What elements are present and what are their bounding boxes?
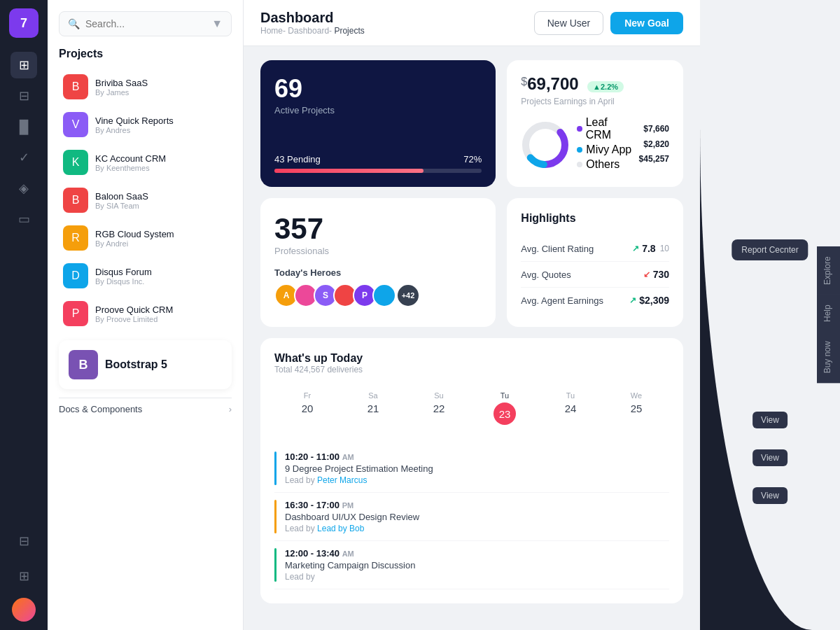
highlight-value: ↗ $2,309 <box>629 295 669 306</box>
schedule-subtitle: Total 424,567 deliveries <box>274 365 363 374</box>
project-item-briviba[interactable]: B Briviba SaaS By James <box>59 69 232 105</box>
trend-icon: ↗ <box>632 244 639 253</box>
legend-item: Others <box>577 158 631 171</box>
events-list: 10:20 - 11:00 AM 9 Degree Project Estima… <box>274 444 669 589</box>
nav-user-avatar[interactable] <box>12 598 36 622</box>
bootstrap-card[interactable]: B Bootstrap 5 <box>59 340 232 389</box>
project-name: Proove Quick CRM <box>95 304 173 315</box>
right-panel-tabs: Explore Help Buy now <box>817 246 840 383</box>
project-item-disqus[interactable]: D Disqus Forum By Disqus Inc. <box>59 258 232 294</box>
nav-icon-check[interactable]: ✓ <box>10 144 37 171</box>
project-by: By Keenthemes <box>95 164 166 172</box>
filter-button[interactable]: ▼ <box>211 18 223 30</box>
tab-buy-now[interactable]: Buy now <box>817 332 840 384</box>
day-name: Tu <box>475 391 535 400</box>
search-input[interactable] <box>85 18 206 29</box>
nav-icon-grid2[interactable]: ⊞ <box>10 563 37 589</box>
event-lead-link[interactable]: Peter Marcus <box>317 475 367 485</box>
calendar-day[interactable]: Sa21 <box>340 386 406 430</box>
earnings-badge: ▲2.2% <box>587 81 624 92</box>
page-title: Dashboard <box>260 10 534 26</box>
avatar-circle <box>372 284 396 307</box>
bootstrap-icon: B <box>69 350 98 379</box>
calendar-day[interactable]: Fr20 <box>274 386 340 430</box>
nav-icon-grid[interactable]: ⊟ <box>10 83 37 109</box>
calendar-day[interactable]: Tu24 <box>538 386 603 430</box>
view-button-2[interactable]: View <box>752 449 788 466</box>
project-icon: K <box>63 150 88 175</box>
day-number: 24 <box>540 402 601 414</box>
event-bar <box>274 548 276 582</box>
schedule-title: What's up Today <box>274 352 363 365</box>
main-content: Dashboard Home- Dashboard- Projects New … <box>244 0 700 630</box>
calendar-day[interactable]: We25 <box>603 386 669 430</box>
earnings-amount: 69,700 <box>527 74 578 93</box>
view-button-3[interactable]: View <box>752 487 788 504</box>
project-item-proove[interactable]: P Proove Quick CRM By Proove Limited <box>59 295 232 332</box>
day-number: 23 <box>493 402 516 425</box>
day-name: Tu <box>540 391 601 400</box>
project-by: By Proove Limited <box>95 315 173 323</box>
nav-icon-briefcase[interactable]: ▭ <box>10 206 37 232</box>
project-icon: D <box>63 263 88 288</box>
highlight-label: Avg. Agent Earnings <box>521 295 603 306</box>
heroes-label: Today's Heroes <box>274 267 482 278</box>
nav-icon-layers[interactable]: ◈ <box>10 175 37 202</box>
nav-icon-chart[interactable]: ▐▌ <box>10 113 37 140</box>
legend-item: Leaf CRM <box>577 116 631 141</box>
project-icon: V <box>63 112 88 137</box>
avatars-row: ASP+42 <box>274 284 482 307</box>
highlights-rows: Avg. Client Rating ↗ 7.8 10 Avg. Quotes … <box>521 236 669 313</box>
docs-label: Docs & Components <box>59 404 142 414</box>
new-goal-button[interactable]: New Goal <box>610 12 683 34</box>
project-name: Baloon SaaS <box>95 191 148 202</box>
docs-row[interactable]: Docs & Components › <box>59 398 232 420</box>
sidebar-search-bar: 🔍 ▼ <box>59 11 232 36</box>
project-item-baloon[interactable]: B Baloon SaaS By SIA Team <box>59 182 232 218</box>
tab-explore[interactable]: Explore <box>817 246 840 295</box>
pending-label: 43 Pending <box>274 154 321 164</box>
event-lead: Lead by <box>285 572 415 582</box>
calendar-day[interactable]: Su22 <box>406 386 472 430</box>
day-name: Su <box>409 391 469 400</box>
event-ampm: AM <box>342 550 354 558</box>
project-item-rgb[interactable]: R RGB Cloud System By Andrei <box>59 220 232 256</box>
project-name: Vine Quick Reports <box>95 115 174 126</box>
calendar-row: Fr20Sa21Su22Tu23Tu24We25 <box>274 386 669 430</box>
nav-bar: 7 ⊞ ⊟ ▐▌ ✓ ◈ ▭ ⊟ ⊞ <box>0 0 48 630</box>
nav-user-number[interactable]: 7 <box>9 8 38 38</box>
event-bar <box>274 451 276 485</box>
project-name: Briviba SaaS <box>95 78 148 88</box>
breadcrumb-current: Projects <box>334 26 364 36</box>
trend-icon: ↗ <box>629 295 636 305</box>
highlights-title: Highlights <box>521 212 669 225</box>
breadcrumb: Home- Dashboard- Projects <box>260 26 534 36</box>
event-lead-link[interactable]: Lead by Bob <box>317 524 364 533</box>
active-projects-card: 69 Active Projects 43 Pending 72% <box>260 60 496 187</box>
view-button-1[interactable]: View <box>752 412 788 428</box>
event-ampm: AM <box>342 453 354 461</box>
legend-dot <box>577 126 582 132</box>
professionals-label: Professionals <box>274 246 482 256</box>
legend-dot <box>577 162 582 167</box>
sidebar-projects-title: Projects <box>59 48 232 60</box>
project-icon: R <box>63 225 88 251</box>
project-item-kc[interactable]: K KC Account CRM By Keenthemes <box>59 144 232 181</box>
nav-icon-settings[interactable]: ⊟ <box>10 528 37 554</box>
report-center-button[interactable]: Report Cecnter <box>732 239 808 260</box>
event-lead: Lead by Lead by Bob <box>285 524 419 533</box>
day-name: Sa <box>343 391 403 400</box>
day-name: Fr <box>277 391 337 400</box>
nav-icon-dashboard[interactable]: ⊞ <box>10 52 37 78</box>
legend-amounts: $7,660$2,820$45,257 <box>639 122 669 167</box>
project-item-vine[interactable]: V Vine Quick Reports By Andres <box>59 106 232 143</box>
calendar-day[interactable]: Tu23 <box>472 386 538 430</box>
tab-help[interactable]: Help <box>817 295 840 332</box>
professionals-number: 357 <box>274 212 482 246</box>
active-projects-number: 69 <box>274 74 482 104</box>
project-by: By Andrei <box>95 239 174 248</box>
highlight-value: ↗ 7.8 10 <box>632 243 669 254</box>
new-user-button[interactable]: New User <box>534 11 603 35</box>
legend-item: Mivy App <box>577 144 631 156</box>
event-title: Marketing Campaign Discussion <box>285 560 415 570</box>
